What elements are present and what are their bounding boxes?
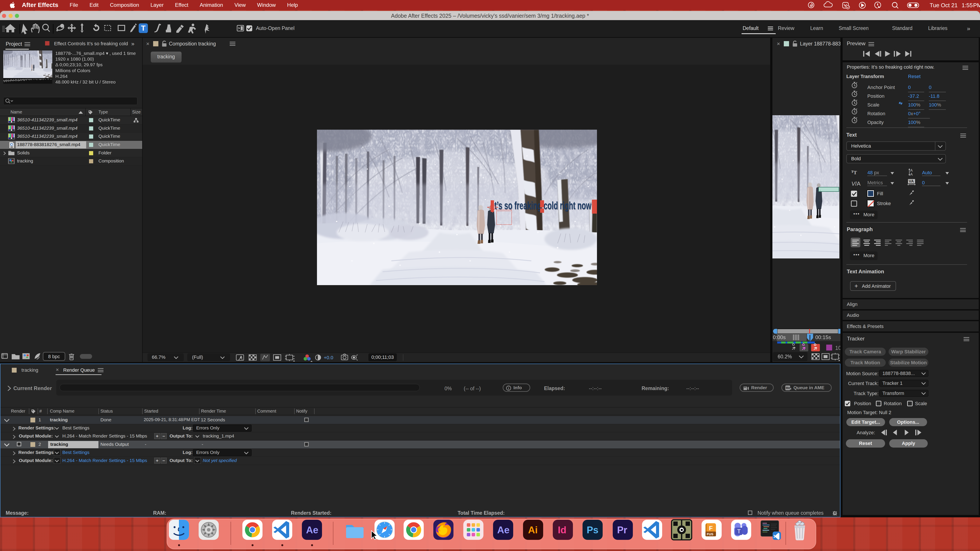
svg-text:Learn: Learn: [810, 25, 823, 31]
svg-text:1:55 PM: 1:55 PM: [962, 2, 980, 8]
svg-text:Auto-Open Panel: Auto-Open Panel: [256, 25, 294, 31]
svg-text:Ae: Ae: [306, 524, 318, 535]
svg-text:FUS: FUS: [707, 532, 713, 536]
svg-text:V/A: V/A: [851, 180, 861, 187]
svg-text:10: 10: [835, 345, 840, 351]
svg-text:Libraries: Libraries: [928, 25, 947, 31]
svg-text:Review: Review: [778, 25, 794, 31]
svg-text:Me: Me: [786, 386, 790, 390]
svg-text:F: F: [709, 525, 713, 532]
svg-text:8 bpc: 8 bpc: [48, 354, 60, 359]
svg-text:Ae: Ae: [497, 524, 509, 535]
svg-text:Id: Id: [558, 524, 566, 535]
svg-text:Ps: Ps: [587, 524, 598, 535]
svg-text:0:00s: 0:00s: [773, 334, 786, 340]
svg-text:Standard: Standard: [892, 25, 912, 31]
svg-text:ᵀT: ᵀT: [851, 170, 857, 175]
svg-text:Tue Oct 21: Tue Oct 21: [930, 2, 958, 8]
svg-text:i: i: [508, 386, 509, 390]
svg-text:VA: VA: [909, 179, 914, 183]
svg-text:A: A: [910, 168, 913, 173]
svg-text:00:15s: 00:15s: [815, 334, 831, 340]
svg-text:+0.0: +0.0: [324, 355, 333, 360]
svg-text:T: T: [737, 528, 741, 535]
svg-text:Default: Default: [743, 25, 759, 31]
svg-text:A: A: [910, 172, 913, 176]
svg-text:Small Screen: Small Screen: [839, 25, 869, 31]
svg-text:T: T: [141, 24, 146, 32]
svg-text:Pr: Pr: [617, 524, 627, 535]
svg-text:»: »: [967, 25, 970, 32]
svg-text:Ai: Ai: [528, 524, 538, 535]
